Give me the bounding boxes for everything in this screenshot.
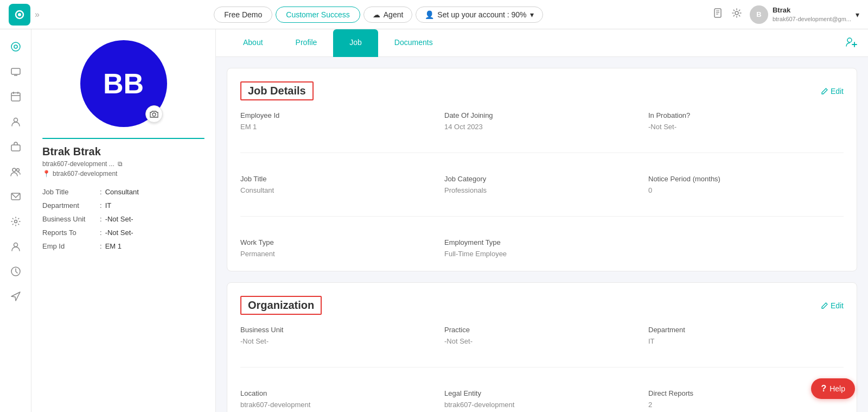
svg-point-8 (11, 42, 20, 51)
jobtitle-label: Job Title (42, 188, 97, 196)
sidebar-item-analytics[interactable] (5, 36, 27, 58)
field-org-business-unit: Business Unit -Not Set- (240, 326, 436, 345)
tabs-bar: About Profile Job Documents (216, 29, 868, 57)
sidebar-item-user2[interactable] (5, 236, 27, 257)
avatar-initials: BB (103, 67, 144, 100)
dept-label: Department (42, 201, 97, 210)
sidebar-item-mail[interactable] (5, 186, 27, 207)
reports-label: Reports To (42, 229, 97, 237)
organization-fields: Business Unit -Not Set- Practice -Not Se… (240, 326, 844, 409)
sidebar-item-settings[interactable] (5, 211, 27, 232)
tab-about[interactable]: About (227, 29, 279, 57)
free-demo-button[interactable]: Free Demo (214, 7, 272, 23)
field-in-probation: In Probation? -Not Set- (648, 111, 844, 131)
sidebar-item-person[interactable] (5, 111, 27, 132)
top-navigation: » Free Demo Customer Success ☁ Agent 👤 S… (0, 0, 868, 29)
svg-point-7 (735, 11, 738, 15)
field-job-category: Job Category Professionals (444, 175, 640, 194)
info-row-department: Department : IT (42, 199, 205, 212)
sidebar-item-team[interactable] (5, 161, 27, 182)
field-org-legal-entity: Legal Entity btrak607-development (444, 389, 640, 409)
employee-email-row: btrak607-development ... ⧉ (42, 160, 205, 168)
sidebar (0, 29, 31, 412)
organization-card: Organization Edit Business Unit -Not Set… (227, 282, 857, 412)
sidebar-item-calendar[interactable] (5, 86, 27, 107)
document-button[interactable] (713, 8, 724, 21)
setup-dropdown-icon: ▾ (530, 10, 534, 19)
empid-label: Emp Id (42, 242, 97, 250)
app-body: BB Btrak Btrak btrak607-development ... … (0, 29, 868, 412)
svg-point-22 (14, 243, 17, 247)
user-name: Btrak (773, 6, 851, 15)
field-org-practice: Practice -Not Set- (444, 326, 640, 345)
divider-2 (240, 216, 844, 217)
sidebar-item-tv[interactable] (5, 61, 27, 83)
agent-cloud-icon: ☁ (373, 10, 380, 19)
top-nav-right: B Btrak btrak607-development@gm... ▾ (713, 5, 859, 24)
field-job-title: Job Title Consultant (240, 175, 436, 194)
field-notice-period: Notice Period (months) 0 (648, 175, 844, 194)
dept-value: IT (105, 201, 112, 210)
organization-edit[interactable]: Edit (821, 301, 844, 310)
field-work-type: Work Type Permanent (240, 238, 436, 258)
copy-icon[interactable]: ⧉ (118, 160, 123, 168)
tab-profile[interactable]: Profile (279, 29, 334, 57)
employee-name: Btrak Btrak (42, 145, 205, 158)
content-body: Job Details Edit Employee Id EM 1 Date O… (216, 57, 868, 412)
divider-1 (240, 153, 844, 153)
svg-rect-12 (11, 93, 20, 101)
employee-location-row: 📍 btrak607-development (42, 170, 205, 178)
bu-label: Business Unit (42, 215, 97, 223)
job-details-card: Job Details Edit Employee Id EM 1 Date O… (227, 68, 857, 271)
svg-point-16 (14, 118, 17, 122)
camera-button[interactable] (145, 105, 163, 123)
nav-expand-icon[interactable]: » (35, 10, 40, 20)
employee-avatar: BB (80, 40, 167, 127)
location-icon: 📍 (42, 170, 50, 178)
user-dropdown-icon: ▾ (856, 10, 859, 19)
divider-3 (240, 367, 844, 367)
user-menu[interactable]: B Btrak btrak607-development@gm... ▾ (750, 5, 859, 24)
customer-success-button[interactable]: Customer Success (276, 7, 360, 23)
svg-point-21 (14, 220, 17, 223)
sidebar-item-clock[interactable] (5, 261, 27, 282)
employee-location: btrak607-development (53, 170, 117, 178)
job-details-edit[interactable]: Edit (821, 87, 844, 96)
job-details-fields: Employee Id EM 1 Date Of Joining 14 Oct … (240, 111, 844, 258)
main-content: About Profile Job Documents Job Details … (216, 29, 868, 412)
help-button[interactable]: ? Help (811, 378, 855, 399)
setup-user-icon: 👤 (425, 10, 434, 19)
employee-email: btrak607-development ... (42, 160, 114, 168)
info-row-jobtitle: Job Title : Consultant (42, 185, 205, 199)
user-avatar: B (750, 5, 768, 24)
field-empty (648, 238, 844, 258)
field-org-location: Location btrak607-development (240, 389, 436, 409)
field-employment-type: Employment Type Full-Time Employee (444, 238, 640, 258)
field-date-joining: Date Of Joining 14 Oct 2023 (444, 111, 640, 131)
employee-info-table: Job Title : Consultant Department : IT B… (42, 185, 205, 253)
field-org-department: Department IT (648, 326, 844, 345)
add-user-button[interactable] (845, 36, 857, 50)
sidebar-item-send[interactable] (5, 286, 27, 307)
app-logo[interactable] (9, 4, 30, 26)
job-details-header: Job Details Edit (240, 81, 844, 100)
job-details-title: Job Details (240, 81, 314, 100)
info-row-empid: Emp Id : EM 1 (42, 239, 205, 253)
svg-point-9 (14, 45, 17, 48)
svg-point-25 (847, 38, 852, 42)
tab-job[interactable]: Job (333, 29, 378, 57)
svg-point-19 (16, 169, 19, 172)
avatar-section: BB (42, 40, 205, 127)
agent-button[interactable]: ☁ Agent (363, 7, 413, 23)
tab-documents[interactable]: Documents (378, 29, 449, 57)
svg-rect-10 (11, 68, 20, 74)
sidebar-item-briefcase[interactable] (5, 136, 27, 157)
setup-account-button[interactable]: 👤 Set up your account : 90% ▾ (416, 7, 542, 23)
divider-line (42, 138, 205, 139)
settings-button[interactable] (731, 8, 742, 21)
help-icon: ? (821, 384, 826, 394)
field-employee-id: Employee Id EM 1 (240, 111, 436, 131)
info-row-businessunit: Business Unit : -Not Set- (42, 212, 205, 226)
organization-header: Organization Edit (240, 296, 844, 315)
info-row-reportsto: Reports To : -Not Set- (42, 226, 205, 239)
